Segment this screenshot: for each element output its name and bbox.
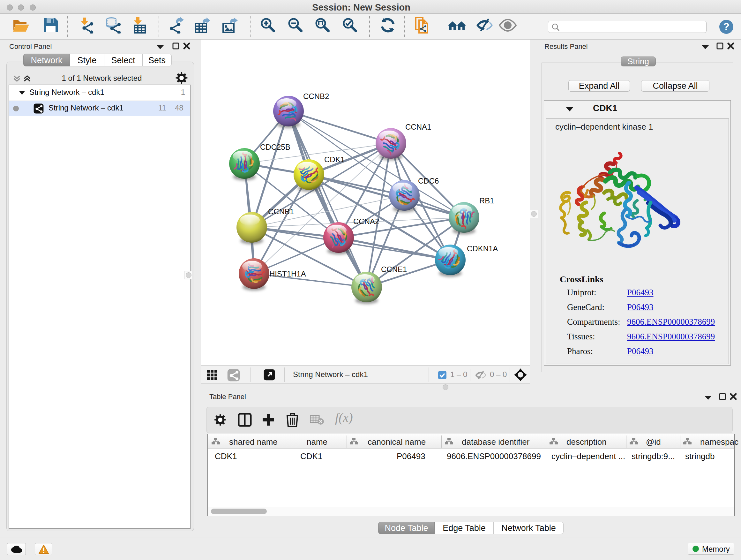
svg-text:CCNA2: CCNA2 xyxy=(353,217,379,226)
svg-text:RB1: RB1 xyxy=(479,196,494,205)
svg-text:CCNB1: CCNB1 xyxy=(268,207,294,216)
svg-text:CCNE1: CCNE1 xyxy=(381,265,407,273)
svg-text:CDC25B: CDC25B xyxy=(260,143,290,151)
svg-text:CDK1: CDK1 xyxy=(324,155,345,164)
svg-text:CCNB2: CCNB2 xyxy=(303,92,329,101)
svg-text:CDKN1A: CDKN1A xyxy=(467,244,498,253)
svg-text:CDC6: CDC6 xyxy=(418,177,439,185)
svg-text:?: ? xyxy=(723,21,730,32)
svg-text:CCNA1: CCNA1 xyxy=(405,123,431,131)
svg-text:HIST1H1A: HIST1H1A xyxy=(269,269,306,278)
